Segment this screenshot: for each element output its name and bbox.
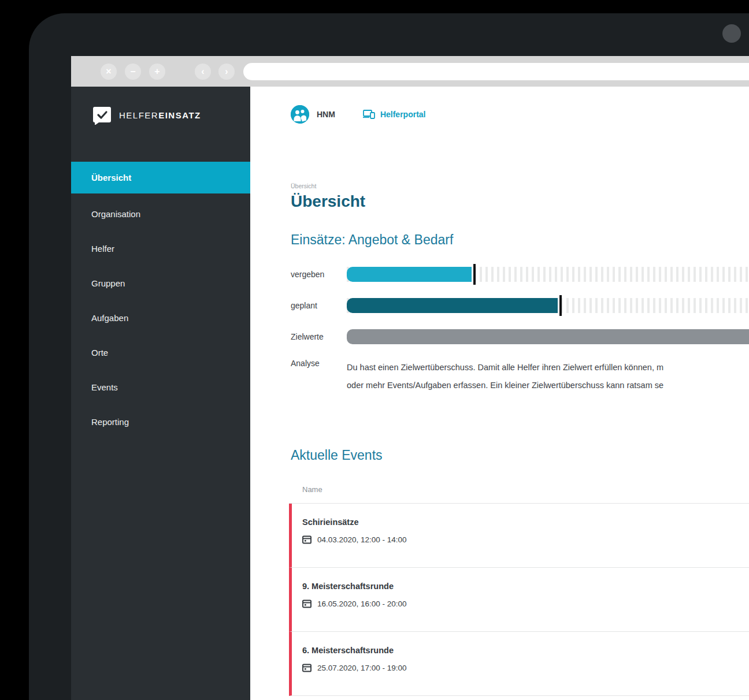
events-name-column-header: Name	[289, 477, 749, 504]
bar-fill-zielwerte	[347, 329, 749, 344]
sidebar-item-uebersicht[interactable]: Übersicht	[71, 162, 250, 193]
event-date: 04.03.2020, 12:00 - 14:00	[317, 535, 407, 544]
bar-fill-vergeben	[347, 267, 472, 282]
bar-fill-geplant	[347, 298, 558, 313]
user-initials[interactable]: HNM	[317, 110, 335, 119]
minimize-window-button[interactable]: −	[125, 64, 141, 80]
event-date: 25.07.2020, 17:00 - 19:00	[317, 664, 407, 672]
bar-row-vergeben: vergeben	[291, 267, 749, 282]
aktuelle-events-heading: Aktuelle Events	[291, 448, 749, 463]
maximize-window-button[interactable]: +	[149, 64, 165, 80]
events-table: Name Schirieinsätze 04.03.2020, 12:00 - …	[289, 477, 749, 696]
bar-target-marker-vergeben	[473, 264, 476, 285]
bar-label-zielwerte: Zielwerte	[291, 332, 347, 341]
brand-name-regular: HELFER	[119, 110, 158, 120]
user-avatar[interactable]	[291, 105, 309, 124]
sidebar-menu: Übersicht Organisation Helfer Gruppen Au…	[71, 162, 250, 439]
browser-chrome: × − + ‹ ›	[71, 56, 749, 87]
event-name: Schirieinsätze	[302, 517, 749, 527]
sidebar-item-reporting[interactable]: Reporting	[71, 404, 250, 439]
breadcrumb: Übersicht	[291, 183, 749, 189]
bar-row-zielwerte: Zielwerte	[291, 329, 749, 344]
event-row-6-meisterschaftsrunde[interactable]: 6. Meisterschaftsrunde 25.07.2020, 17:00…	[289, 632, 749, 696]
bar-row-geplant: geplant	[291, 298, 749, 313]
analyse-text: Du hast einen Zielwertüberschuss. Damit …	[347, 359, 749, 394]
helferportal-link[interactable]: Helferportal	[363, 110, 426, 119]
camera-dot	[722, 24, 741, 43]
bar-track-zielwerte	[347, 329, 749, 344]
url-bar[interactable]	[243, 63, 749, 80]
event-date: 16.05.2020, 16:00 - 20:00	[317, 600, 407, 608]
sidebar: HELFEREINSATZ Übersicht Organisation Hel…	[71, 87, 250, 700]
bar-label-vergeben: vergeben	[291, 270, 347, 279]
content-header: HNM Helferportal	[291, 105, 749, 124]
page-title: Übersicht	[291, 192, 749, 211]
browser-forward-button[interactable]: ›	[218, 64, 235, 80]
angebot-bedarf-chart: vergeben geplant Z	[291, 267, 749, 394]
einsaetze-section-heading: Einsätze: Angebot & Bedarf	[291, 232, 749, 248]
bar-track-vergeben	[347, 267, 749, 282]
calendar-icon	[302, 535, 312, 544]
sidebar-item-aufgaben[interactable]: Aufgaben	[71, 300, 250, 335]
browser-back-button[interactable]: ‹	[195, 64, 211, 80]
analyse-label: Analyse	[291, 359, 347, 394]
bar-label-geplant: geplant	[291, 301, 347, 310]
event-date-row: 25.07.2020, 17:00 - 19:00	[302, 663, 749, 672]
people-icon	[291, 105, 309, 124]
browser-window: × − + ‹ › HELFEREINSATZ Übersicht Organi…	[71, 56, 749, 700]
sidebar-item-organisation[interactable]: Organisation	[71, 196, 250, 231]
bar-target-marker-geplant	[559, 295, 562, 316]
sidebar-item-gruppen[interactable]: Gruppen	[71, 266, 250, 300]
event-name: 9. Meisterschaftsrunde	[302, 582, 749, 591]
main-content: HNM Helferportal Übersicht Übersicht Ein…	[250, 87, 749, 700]
calendar-icon	[302, 663, 312, 672]
event-row-9-meisterschaftsrunde[interactable]: 9. Meisterschaftsrunde 16.05.2020, 16:00…	[289, 568, 749, 632]
analyse-text-line2: oder mehr Events/Aufgaben erfassen. Ein …	[347, 377, 749, 394]
event-date-row: 04.03.2020, 12:00 - 14:00	[302, 535, 749, 544]
brand-name-bold: EINSATZ	[158, 110, 201, 120]
analyse-text-line1: Du hast einen Zielwertüberschuss. Damit …	[347, 359, 749, 377]
brand-logo[interactable]: HELFEREINSATZ	[71, 87, 250, 125]
sidebar-item-orte[interactable]: Orte	[71, 335, 250, 370]
brand-checkmark-bubble-icon	[92, 106, 112, 125]
event-date-row: 16.05.2020, 16:00 - 20:00	[302, 599, 749, 608]
helferportal-link-label: Helferportal	[380, 110, 426, 119]
calendar-icon	[302, 599, 312, 608]
sidebar-item-helfer[interactable]: Helfer	[71, 231, 250, 266]
analyse-row: Analyse Du hast einen Zielwertüberschuss…	[291, 359, 749, 394]
devices-icon	[363, 110, 375, 119]
event-name: 6. Meisterschaftsrunde	[302, 646, 749, 655]
sidebar-item-events[interactable]: Events	[71, 370, 250, 404]
brand-name: HELFEREINSATZ	[119, 110, 201, 120]
close-window-button[interactable]: ×	[101, 64, 117, 80]
bar-track-geplant	[347, 298, 749, 313]
window-body: HELFEREINSATZ Übersicht Organisation Hel…	[71, 87, 749, 700]
device-frame: × − + ‹ › HELFEREINSATZ Übersicht Organi…	[29, 13, 749, 700]
event-row-schirieinsaetze[interactable]: Schirieinsätze 04.03.2020, 12:00 - 14:00	[289, 504, 749, 568]
